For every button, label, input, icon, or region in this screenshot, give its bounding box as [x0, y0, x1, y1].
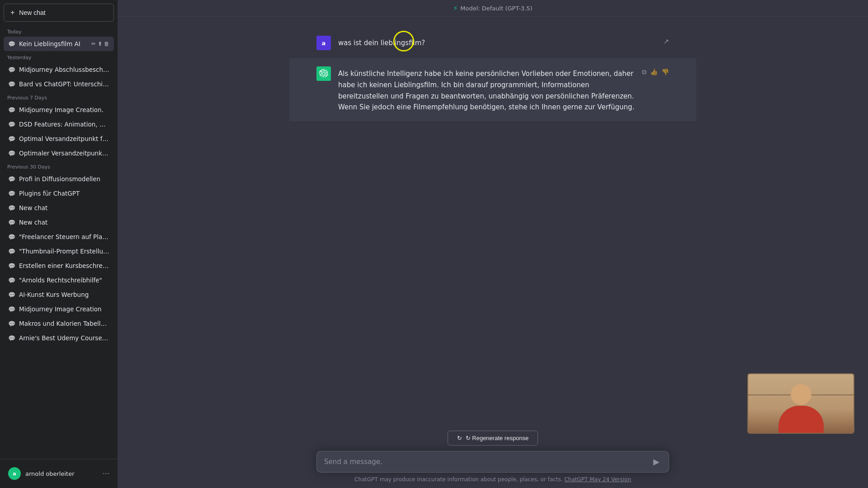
user-avatar-msg: a	[316, 36, 331, 50]
chat-icon: 💬	[8, 291, 15, 298]
chat-item-profi-diffusion[interactable]: 💬 Profi in Diffusionsmodellen	[4, 172, 114, 186]
chat-item-versandzeitpunkt1[interactable]: 💬 Optimal Versandzeitpunkt für...	[4, 131, 114, 146]
plus-icon: +	[10, 9, 14, 17]
chat-area: a was ist dein lieblingsfilm? ↗ Als küns…	[118, 17, 868, 425]
chat-icon: 💬	[8, 335, 15, 342]
chat-label: "Arnolds Rechtschreibhilfe"	[19, 277, 109, 284]
bottom-area: ↻ ↻ Regenerate response ▶ ChatGPT may pr…	[289, 425, 696, 488]
chat-item-arnolds[interactable]: 💬 "Arnolds Rechtschreibhilfe"	[4, 273, 114, 287]
user-message-text: was ist dein lieblingsfilm?	[338, 36, 656, 50]
user-avatar: a	[8, 467, 21, 480]
section-prev30: Previous 30 Days	[4, 160, 114, 172]
chat-label: Midjourney Image Creation	[19, 305, 109, 313]
copy-icon[interactable]: ⧉	[642, 68, 646, 76]
user-name: arnold oberleiter	[25, 470, 98, 477]
assistant-msg-actions: ⧉ 👍 👎	[642, 66, 669, 113]
section-today: Today	[4, 25, 114, 37]
chat-item-kursbeschreib[interactable]: 💬 Erstellen einer Kursbeschreib...	[4, 258, 114, 273]
sidebar-footer: a arnold oberleiter ···	[0, 459, 118, 488]
chat-item-midjourney-image2[interactable]: 💬 Midjourney Image Creation	[4, 302, 114, 316]
user-menu-dots[interactable]: ···	[103, 469, 109, 478]
chat-item-bard-vs-chatgpt[interactable]: 💬 Bard vs ChatGPT: Unterschied...	[4, 77, 114, 91]
chat-icon: 💬	[8, 248, 15, 255]
chat-label: Kein Lieblingsfilm AI	[19, 40, 88, 47]
chat-icon: 💬	[8, 66, 15, 73]
user-profile-item[interactable]: a arnold oberleiter ···	[4, 464, 114, 483]
sidebar: + New chat Today 💬 Kein Lieblingsfilm AI…	[0, 0, 118, 488]
chat-label: AI-Kunst Kurs Werbung	[19, 291, 109, 298]
chat-label: Makros und Kalorien Tabelle...	[19, 320, 109, 327]
chat-icon: 💬	[8, 205, 15, 211]
footer-note: ChatGPT may produce inaccurate informati…	[316, 473, 669, 484]
chat-icon: 💬	[8, 176, 15, 183]
chat-icon: 💬	[8, 277, 15, 284]
chat-label: Optimaler Versandzeitpunkt...	[19, 150, 109, 157]
chat-label: Midjourney Image Creation.	[19, 106, 109, 113]
chat-label: Profi in Diffusionsmodellen	[19, 175, 109, 183]
chat-icon: 💬	[8, 136, 15, 142]
section-yesterday: Yesterday	[4, 51, 114, 62]
chat-item-arnies-udemy[interactable]: 💬 Arnie's Best Udemy Courses...	[4, 331, 114, 345]
chat-item-ai-kunst[interactable]: 💬 AI-Kunst Kurs Werbung	[4, 287, 114, 302]
message-row-assistant: Als künstliche Intelligenz habe ich kein…	[289, 58, 696, 121]
assistant-message-text: Als künstliche Intelligenz habe ich kein…	[338, 66, 635, 113]
new-chat-label: New chat	[19, 9, 45, 16]
chat-label: "Freelancer Steuern auf Platf...	[19, 233, 109, 240]
message-input[interactable]	[324, 457, 651, 467]
gpt-avatar-msg	[316, 66, 331, 81]
trash-icon[interactable]: 🗑	[104, 41, 109, 47]
chat-label: Midjourney Abschlussbesche...	[19, 66, 109, 73]
chat-item-new-chat-2[interactable]: 💬 New chat	[4, 215, 114, 230]
chat-icon: 💬	[8, 81, 15, 88]
chat-icon: 💬	[8, 190, 15, 197]
chat-icon: 💬	[8, 263, 15, 269]
chat-icon: 💬	[8, 320, 15, 327]
chat-item-thumbnail[interactable]: 💬 "Thumbnail-Prompt Erstellun...	[4, 244, 114, 258]
sidebar-scroll: Today 💬 Kein Lieblingsfilm AI ✏ ⬆ 🗑 Yest…	[0, 25, 118, 459]
edit-icon[interactable]: ✏	[91, 41, 96, 47]
video-overlay	[747, 373, 854, 434]
chat-item-midjourney-abschluss[interactable]: 💬 Midjourney Abschlussbesche...	[4, 62, 114, 77]
chat-item-kein-lieblingsfilm[interactable]: 💬 Kein Lieblingsfilm AI ✏ ⬆ 🗑	[4, 37, 114, 51]
send-button[interactable]: ▶	[651, 456, 661, 468]
share-icon[interactable]: ⬆	[98, 41, 102, 47]
message-row-user: a was ist dein lieblingsfilm? ↗	[289, 28, 696, 58]
chat-label: New chat	[19, 219, 109, 226]
chat-label: New chat	[19, 204, 109, 211]
chat-item-plugins-chatgpt[interactable]: 💬 Plugins für ChatGPT	[4, 186, 114, 201]
regenerate-icon: ↻	[457, 435, 462, 441]
export-icon[interactable]: ↗	[663, 38, 669, 46]
chat-label: DSD Features: Animation, Vid...	[19, 121, 109, 128]
chat-label: Erstellen einer Kursbeschreib...	[19, 262, 109, 269]
chat-label: Optimal Versandzeitpunkt für...	[19, 135, 109, 142]
chat-icon: 💬	[8, 41, 15, 47]
chat-label: Arnie's Best Udemy Courses...	[19, 334, 109, 342]
chat-item-new-chat-1[interactable]: 💬 New chat	[4, 201, 114, 215]
model-label: ⚡ Model: Default (GPT-3.5)	[453, 5, 532, 12]
chat-item-midjourney-image[interactable]: 💬 Midjourney Image Creation.	[4, 103, 114, 117]
chat-icon: 💬	[8, 121, 15, 128]
chat-item-dsd-features[interactable]: 💬 DSD Features: Animation, Vid...	[4, 117, 114, 131]
model-text: Model: Default (GPT-3.5)	[460, 5, 532, 12]
chat-icon: 💬	[8, 306, 15, 313]
footer-link[interactable]: ChatGPT May 24 Version	[564, 476, 631, 483]
chat-item-freelancer[interactable]: 💬 "Freelancer Steuern auf Platf...	[4, 230, 114, 244]
chat-item-versandzeitpunkt2[interactable]: 💬 Optimaler Versandzeitpunkt...	[4, 146, 114, 160]
regenerate-button[interactable]: ↻ ↻ Regenerate response	[448, 431, 538, 446]
topbar: ⚡ Model: Default (GPT-3.5)	[118, 0, 868, 17]
chat-item-makros[interactable]: 💬 Makros und Kalorien Tabelle...	[4, 316, 114, 331]
send-icon: ▶	[653, 457, 660, 467]
chat-label: Bard vs ChatGPT: Unterschied...	[19, 80, 109, 88]
chat-icon: 💬	[8, 150, 15, 157]
thumbs-down-icon[interactable]: 👎	[661, 68, 669, 75]
regenerate-label: ↻ Regenerate response	[466, 435, 529, 441]
message-input-wrapper: ▶	[316, 451, 669, 473]
section-prev7: Previous 7 Days	[4, 91, 114, 103]
chat-label: Plugins für ChatGPT	[19, 190, 109, 197]
new-chat-button[interactable]: + New chat	[4, 4, 114, 22]
chat-label: "Thumbnail-Prompt Erstellun...	[19, 248, 109, 255]
action-icons: ✏ ⬆ 🗑	[91, 41, 109, 47]
thumbs-up-icon[interactable]: 👍	[650, 68, 658, 75]
user-msg-actions: ↗	[663, 36, 669, 50]
chat-icon: 💬	[8, 219, 15, 226]
